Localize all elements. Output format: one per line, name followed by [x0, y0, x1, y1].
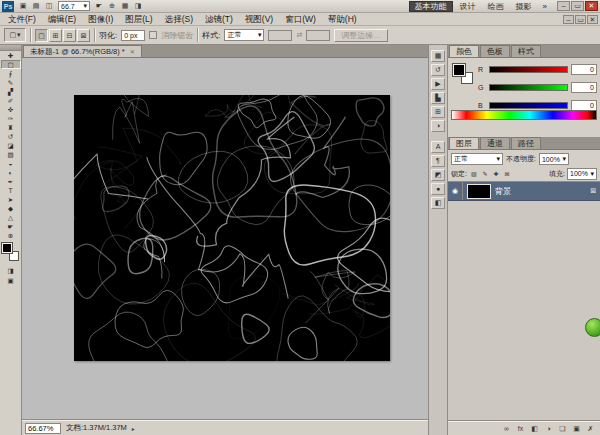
menu-item[interactable]: 视图(V) — [239, 13, 279, 25]
green-overlay-badge[interactable] — [585, 318, 600, 337]
workspace-overflow-button[interactable]: » — [540, 2, 550, 11]
doc-restore-button[interactable]: ▭ — [575, 15, 586, 24]
info-panel-icon[interactable]: ◑ — [431, 120, 445, 132]
styles-panel-icon[interactable]: ◩ — [431, 169, 445, 181]
channel-value-field[interactable]: 0 — [571, 64, 597, 75]
dodge-tool[interactable]: ◐ — [1, 168, 21, 177]
new-adjustment-layer-button[interactable]: ◑ — [544, 425, 553, 432]
workspace-design-button[interactable]: 设计 — [455, 1, 481, 12]
tab-close-icon[interactable]: ✕ — [130, 46, 135, 58]
channel-value-field[interactable]: 0 — [571, 82, 597, 93]
channel-value-field[interactable]: 0 — [571, 100, 597, 111]
foreground-color-swatch[interactable] — [453, 64, 465, 76]
tab-paths[interactable]: 路径 — [511, 137, 541, 149]
quick-mask-button[interactable]: ◨ — [3, 266, 19, 275]
screen-mode-icon[interactable]: ◨ — [132, 1, 144, 11]
arrange-documents-icon[interactable]: ▦ — [119, 1, 131, 11]
launch-bridge-icon[interactable]: ▣ — [17, 1, 29, 11]
subtract-from-selection-button[interactable]: ⊟ — [63, 29, 76, 42]
hand-tool-icon[interactable]: ☛ — [93, 1, 105, 11]
statusbar-zoom-field[interactable]: 66.67% — [25, 423, 61, 434]
tool-preset-picker[interactable]: ▢ ▾ — [4, 28, 26, 42]
navigator-panel-icon[interactable]: ⊞ — [431, 106, 445, 118]
tab-styles[interactable]: 样式 — [511, 45, 541, 57]
lock-position-icon[interactable]: ✚ — [491, 169, 501, 179]
opacity-field[interactable]: 100% ▾ — [539, 153, 569, 165]
workspace-paint-button[interactable]: 绘画 — [483, 1, 509, 12]
path-selection-tool[interactable]: ➤ — [1, 195, 21, 204]
blend-mode-select[interactable]: 正常 ▾ — [451, 153, 503, 165]
menu-item[interactable]: 图层(L) — [119, 13, 158, 25]
actions-panel-icon[interactable]: ▶ — [431, 78, 445, 90]
rectangular-marquee-tool[interactable]: ▢ — [1, 60, 21, 69]
clone-stamp-tool[interactable]: ♜ — [1, 123, 21, 132]
link-layers-button[interactable]: ∞ — [502, 425, 511, 432]
canvas-image[interactable] — [74, 95, 390, 361]
statusbar-flyout-icon[interactable]: ▸ — [132, 425, 135, 432]
workspace-essentials-button[interactable]: 基本功能 — [409, 1, 453, 12]
document-tab[interactable]: 未标题-1 @ 66.7%(RGB/8) * ✕ — [23, 45, 142, 57]
adjustments-panel-icon[interactable]: ● — [431, 183, 445, 195]
menu-item[interactable]: 滤镜(T) — [199, 13, 239, 25]
tab-swatches[interactable]: 色板 — [480, 45, 510, 57]
add-to-selection-button[interactable]: ⊞ — [49, 29, 62, 42]
slider-track[interactable] — [489, 84, 568, 91]
slider-track[interactable] — [489, 66, 568, 73]
masks-panel-icon[interactable]: ◧ — [431, 197, 445, 209]
color-spectrum-ramp[interactable] — [451, 110, 597, 120]
new-selection-button[interactable]: ▢ — [35, 29, 48, 42]
menu-item[interactable]: 选择(S) — [159, 13, 199, 25]
new-layer-button[interactable]: ▣ — [572, 425, 581, 433]
menu-item[interactable]: 图像(I) — [82, 13, 119, 25]
doc-close-button[interactable]: ✕ — [587, 15, 598, 24]
zoom-tool[interactable]: ⊕ — [1, 231, 21, 240]
view-extras-icon[interactable]: ▤ — [30, 1, 42, 11]
intersect-selection-button[interactable]: ⊠ — [77, 29, 90, 42]
layer-visibility-toggle[interactable]: ◉ — [448, 182, 463, 200]
lock-transparency-icon[interactable]: ▨ — [469, 169, 479, 179]
tab-channels[interactable]: 通道 — [480, 137, 510, 149]
eyedropper-tool[interactable]: ✐ — [1, 96, 21, 105]
mini-bridge-icon[interactable]: ◫ — [43, 1, 55, 11]
brush-tool[interactable]: ✑ — [1, 114, 21, 123]
quick-selection-tool[interactable]: ✎ — [1, 78, 21, 87]
lasso-tool[interactable]: ∮ — [1, 69, 21, 78]
history-brush-tool[interactable]: ↺ — [1, 132, 21, 141]
antialias-checkbox[interactable] — [149, 31, 157, 39]
close-button[interactable]: ✕ — [585, 1, 598, 11]
gradient-tool[interactable]: ▧ — [1, 150, 21, 159]
move-tool[interactable]: ✚ — [1, 51, 21, 60]
layer-thumbnail[interactable] — [467, 184, 491, 199]
lock-pixels-icon[interactable]: ✎ — [480, 169, 490, 179]
histogram-panel-icon[interactable]: ▙ — [431, 92, 445, 104]
history-panel-icon[interactable]: ↺ — [431, 64, 445, 76]
rotate-view-tool[interactable]: △ — [1, 213, 21, 222]
workspace-photo-button[interactable]: 摄影 — [511, 1, 537, 12]
eraser-tool[interactable]: ◪ — [1, 141, 21, 150]
zoom-tool-icon[interactable]: ⊕ — [106, 1, 118, 11]
layer-row-background[interactable]: ◉ 背景 ⊠ — [448, 182, 600, 201]
refine-edge-button[interactable]: 调整边缘… — [334, 29, 388, 42]
paragraph-panel-icon[interactable]: ¶ — [431, 155, 445, 167]
slider-track[interactable] — [489, 102, 568, 109]
feather-input[interactable]: 0 px — [121, 30, 145, 41]
menu-item[interactable]: 文件(F) — [2, 13, 42, 25]
crop-tool[interactable]: ▞ — [1, 87, 21, 96]
tab-color[interactable]: 颜色 — [449, 45, 479, 57]
lock-all-icon[interactable]: ⊠ — [502, 169, 512, 179]
style-select[interactable]: 正常 ▾ — [224, 29, 264, 41]
screen-mode-button[interactable]: ▣ — [3, 276, 19, 285]
fill-field[interactable]: 100% ▾ — [567, 168, 597, 180]
pen-tool[interactable]: ✒ — [1, 177, 21, 186]
delete-layer-button[interactable]: ✗ — [586, 425, 595, 433]
blur-tool[interactable]: ◒ — [1, 159, 21, 168]
menu-item[interactable]: 帮助(H) — [322, 13, 363, 25]
doc-minimize-button[interactable]: – — [563, 15, 574, 24]
minimize-button[interactable]: – — [557, 1, 570, 11]
restore-button[interactable]: ▭ — [571, 1, 584, 11]
tab-layers[interactable]: 图层 — [449, 137, 479, 149]
spot-healing-brush-tool[interactable]: ✜ — [1, 105, 21, 114]
hand-tool[interactable]: ☛ — [1, 222, 21, 231]
menu-item[interactable]: 编辑(E) — [42, 13, 82, 25]
layer-style-button[interactable]: fx — [516, 425, 525, 432]
